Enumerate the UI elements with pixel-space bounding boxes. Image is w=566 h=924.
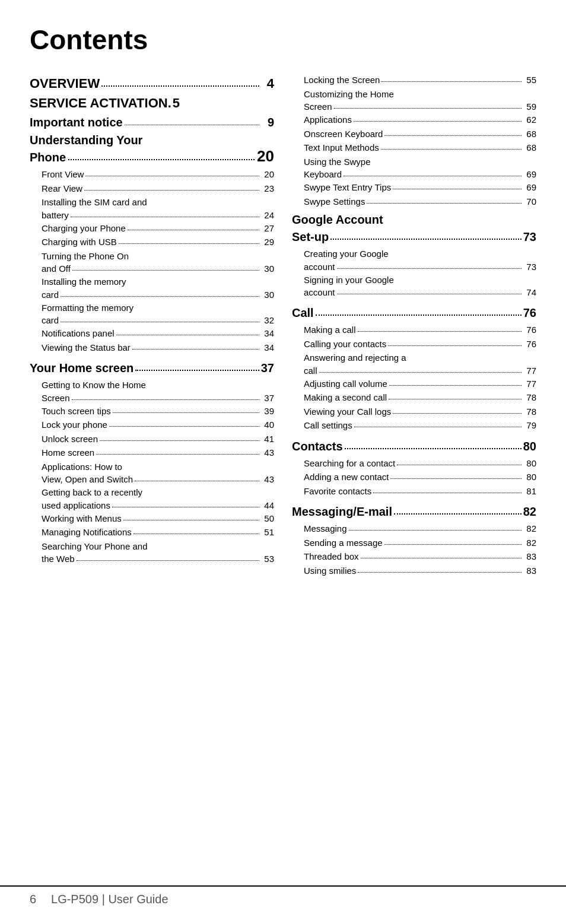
toc-signing-google: Signing in your Google account 74: [292, 274, 536, 300]
toc-sim-card: Installing the SIM card and battery 24: [30, 196, 274, 222]
sim-card-dots: [71, 217, 259, 217]
footer-divider: [41, 894, 46, 905]
toc-home-screen: Your Home screen 37: [30, 359, 274, 377]
status-bar-number: 34: [261, 341, 274, 355]
turning-on-number: 30: [261, 262, 274, 275]
sim-card-number: 24: [261, 209, 274, 222]
getting-back-number: 44: [261, 499, 274, 512]
home-screen-sub-dots: [96, 454, 259, 455]
threaded-box-dots: [361, 558, 522, 558]
toc-creating-google: Creating your Google account 73: [292, 247, 536, 274]
toc-front-view: Front View 20: [30, 168, 274, 182]
getting-know-label2: Screen: [42, 392, 70, 405]
managing-notif-label: Managing Notifications: [42, 526, 132, 538]
contacts-number: 80: [523, 437, 536, 455]
unlock-screen-label: Unlock screen: [42, 433, 98, 445]
charging-usb-label: Charging with USB: [42, 236, 117, 248]
toc-getting-back: Getting back to a recently used applicat…: [30, 486, 274, 512]
front-view-dots: [85, 176, 259, 176]
footer: 6 LG-P509 | User Guide: [0, 885, 566, 906]
second-call-number: 78: [523, 391, 536, 405]
notifications-dots: [116, 335, 259, 335]
setup-dots: [330, 239, 522, 240]
add-contact-dots: [390, 478, 522, 479]
toc-google-account: Google Account: [292, 213, 536, 227]
toc-text-input: Text Input Methods 68: [292, 141, 536, 155]
favorite-contacts-label: Favorite contacts: [304, 485, 371, 497]
getting-know-line1: Getting to Know the Home: [42, 379, 274, 392]
messaging-label: Messaging/E-mail: [292, 503, 392, 520]
formatting-line2: card 32: [42, 314, 274, 327]
lock-phone-number: 40: [261, 418, 274, 432]
google-account-label: Google Account: [292, 213, 383, 226]
toc-getting-to-know: Getting to Know the Home Screen 37: [30, 379, 274, 405]
contacts-label: Contacts: [292, 438, 343, 455]
messaging-sub-number: 82: [523, 522, 536, 536]
turning-on-line2: and Off 30: [42, 262, 274, 275]
formatting-label2: card: [42, 314, 59, 327]
swype-settings-label: Swype Settings: [304, 195, 365, 208]
creating-google-line1: Creating your Google: [304, 247, 536, 261]
left-column: OVERVIEW 4 SERVICE ACTIVATION. 5 Importa…: [30, 74, 274, 566]
memory-card-number: 30: [261, 288, 274, 301]
swype-tips-dots: [393, 189, 522, 189]
home-screen-sub-number: 43: [261, 446, 274, 460]
text-input-number: 68: [523, 141, 536, 155]
getting-back-label2: used applications: [42, 499, 110, 512]
making-call-dots: [358, 331, 522, 332]
getting-know-line2: Screen 37: [42, 392, 274, 405]
footer-page-number: 6: [30, 893, 36, 906]
getting-back-line2: used applications 44: [42, 499, 274, 512]
swype-keyboard-line2: Keyboard 69: [304, 168, 536, 181]
toc-memory-card: Installing the memory card 30: [30, 275, 274, 301]
rear-view-label: Rear View: [42, 182, 82, 195]
signing-google-number: 74: [523, 286, 536, 299]
right-column: Locking the Screen 55 Customizing the Ho…: [292, 74, 536, 578]
getting-back-dots: [112, 507, 259, 507]
memory-card-label2: card: [42, 288, 59, 301]
messaging-sub-dots: [349, 530, 522, 531]
toc-status-bar: Viewing the Status bar 34: [30, 341, 274, 355]
customizing-line2: Screen 59: [304, 100, 536, 113]
turning-on-line1: Turning the Phone On: [42, 250, 274, 263]
calling-contacts-label: Calling your contacts: [304, 338, 386, 350]
formatting-number: 32: [261, 314, 274, 327]
favorite-contacts-number: 81: [523, 485, 536, 498]
swype-keyboard-label2: Keyboard: [304, 168, 342, 181]
call-label: Call: [292, 304, 314, 321]
toc-favorite-contacts: Favorite contacts 81: [292, 485, 536, 498]
touch-tips-label: Touch screen tips: [42, 405, 111, 417]
favorite-contacts-dots: [373, 493, 522, 493]
apps-how-dots: [135, 481, 259, 481]
phone-number: 20: [257, 147, 274, 166]
lock-phone-dots: [109, 426, 259, 427]
toc-applications: Applications 62: [292, 113, 536, 127]
call-volume-number: 77: [523, 377, 536, 391]
sending-message-label: Sending a message: [304, 536, 383, 549]
footer-guide-text: User Guide: [108, 893, 168, 906]
getting-know-dots: [72, 399, 259, 400]
answering-line1: Answering and rejecting a: [304, 351, 536, 364]
searching-label2: the Web: [42, 553, 75, 566]
swype-tips-label: Swype Text Entry Tips: [304, 181, 391, 193]
toc-layout: OVERVIEW 4 SERVICE ACTIVATION. 5 Importa…: [30, 74, 536, 578]
toc-sending-message: Sending a message 82: [292, 536, 536, 550]
getting-know-number: 37: [261, 392, 274, 405]
toc-turning-on: Turning the Phone On and Off 30: [30, 250, 274, 276]
phone-dots: [68, 159, 255, 160]
toc-second-call: Making a second call 78: [292, 391, 536, 405]
home-screen-sub-label: Home screen: [42, 446, 94, 459]
overview-number: 4: [261, 74, 274, 93]
toc-formatting: Formatting the memory card 32: [30, 301, 274, 328]
phone-label: Phone: [30, 151, 66, 164]
charging-phone-dots: [128, 230, 259, 230]
lock-phone-label: Lock your phone: [42, 418, 107, 431]
footer-page-num: 6: [30, 893, 36, 906]
understanding-label: Understanding Your: [30, 134, 142, 147]
toc-applications-how: Applications: How to View, Open and Swit…: [30, 461, 274, 487]
front-view-label: Front View: [42, 168, 84, 180]
toc-rear-view: Rear View 23: [30, 182, 274, 196]
toc-messaging-sub: Messaging 82: [292, 522, 536, 536]
customizing-dots: [334, 108, 522, 109]
sim-card-line1: Installing the SIM card and: [42, 196, 274, 209]
